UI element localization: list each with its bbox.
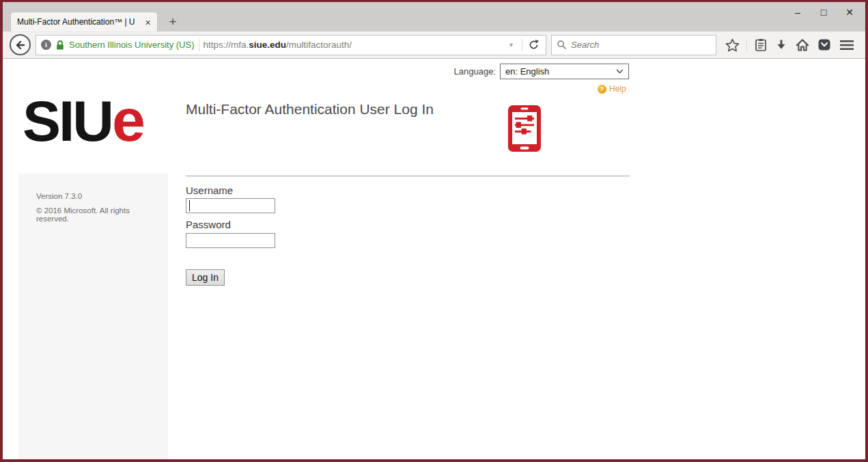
logo-text-red: e [112,86,143,154]
username-input[interactable] [186,198,275,213]
tab-title: Multi-Factor Authentication™ | U [17,17,141,27]
browser-tab[interactable]: Multi-Factor Authentication™ | U × [11,12,157,31]
sidebar: Version 7.3.0 © 2016 Microsoft. All righ… [18,174,168,460]
toolbar-icons [721,35,858,55]
url-bar[interactable]: i Southern Illinois University (US) http… [36,35,546,55]
search-input[interactable] [571,40,711,50]
page-title: Multi-Factor Authentication User Log In [186,101,434,118]
language-label: Language: [454,66,496,77]
language-select[interactable]: en: English [500,64,629,79]
username-field-wrap [186,198,275,213]
site-identity-label[interactable]: Southern Illinois University (US) [69,40,195,50]
info-icon[interactable]: i [41,40,51,50]
reload-icon[interactable] [527,35,541,55]
text-caret [189,200,190,211]
copyright-text: © 2016 Microsoft. All rights reserved. [36,206,161,223]
username-label: Username [186,185,233,196]
urlbar-separator [199,39,199,51]
urlbar-separator [522,39,522,51]
language-row: Language: en: English [358,64,629,79]
logo-text-black: SIU [23,89,112,153]
password-input[interactable] [186,233,275,248]
section-divider [186,176,630,176]
pocket-icon[interactable] [816,35,832,55]
reading-list-icon[interactable] [753,35,769,55]
search-box[interactable] [551,35,716,55]
close-button[interactable]: ✕ [837,3,863,21]
back-arrow-icon [15,40,26,51]
lock-icon [55,40,65,51]
bookmark-star-icon[interactable] [724,35,741,55]
menu-hamburger-icon[interactable] [838,35,856,55]
version-text: Version 7.3.0 [36,192,161,200]
minimize-button[interactable]: – [785,3,811,21]
window-controls: – □ ✕ [785,3,863,21]
help-icon: ? [598,85,606,94]
language-selected-value: en: English [505,66,549,77]
search-icon [557,40,567,50]
toolbar-separator [746,39,747,51]
siue-logo: SIUe [23,90,143,150]
titlebar: Multi-Factor Authentication™ | U × + – □… [3,2,865,31]
password-label: Password [186,219,231,230]
maximize-button[interactable]: □ [811,3,837,21]
navigation-toolbar: i Southern Illinois University (US) http… [3,31,865,59]
mfa-phone-icon [507,105,542,152]
tab-close-icon[interactable]: × [145,17,151,27]
page-content: Language: en: English ? Help SIUe Multi-… [3,59,865,460]
help-link[interactable]: ? Help [598,84,626,94]
help-label: Help [609,84,626,94]
url-text[interactable]: https://mfa.siue.edu/multifactorauth/ [204,40,501,50]
home-icon[interactable] [794,35,811,55]
urlbar-dropdown-icon[interactable]: ▼ [505,42,518,49]
download-icon[interactable] [774,35,789,55]
browser-window: Multi-Factor Authentication™ | U × + – □… [0,0,868,462]
back-button[interactable] [10,34,31,55]
login-button[interactable]: Log In [186,269,225,286]
chevron-down-icon [616,69,624,74]
new-tab-button[interactable]: + [161,12,184,31]
